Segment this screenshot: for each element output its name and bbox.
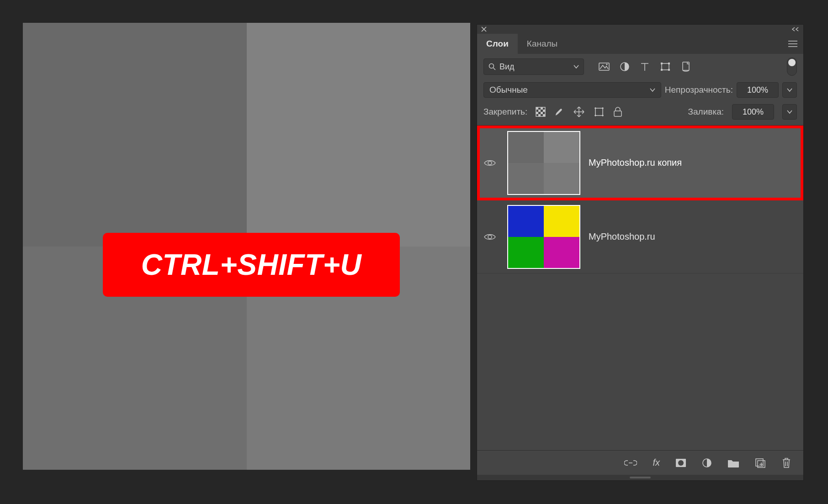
opacity-chevron[interactable] — [782, 82, 797, 98]
svg-rect-11 — [536, 107, 538, 110]
svg-point-21 — [488, 161, 492, 165]
lock-artboard-icon[interactable] — [593, 107, 605, 117]
lock-all-icon[interactable] — [613, 106, 622, 117]
filter-toggle[interactable] — [787, 58, 797, 76]
canvas-quad-tl — [23, 23, 247, 247]
collapse-icon[interactable] — [791, 26, 800, 32]
shortcut-text: CTRL+SHIFT+U — [141, 248, 361, 282]
filter-type-icon[interactable] — [640, 62, 650, 72]
fill-chevron[interactable] — [782, 104, 797, 120]
layer-fx-icon[interactable]: fx — [653, 457, 660, 468]
filter-smartobject-icon[interactable] — [681, 61, 691, 72]
svg-rect-9 — [683, 62, 689, 70]
layers-panel: Слои Каналы Вид — [477, 24, 804, 481]
blend-mode-select[interactable]: Обычные — [483, 82, 661, 98]
tab-layers[interactable]: Слои — [477, 34, 518, 54]
svg-rect-14 — [543, 110, 545, 112]
filter-adjustment-icon[interactable] — [620, 62, 630, 72]
canvas-quad-tr — [247, 23, 471, 247]
svg-rect-6 — [668, 63, 670, 64]
svg-rect-16 — [541, 112, 543, 114]
add-mask-icon[interactable] — [675, 458, 686, 467]
filter-kind-select[interactable]: Вид — [483, 58, 584, 75]
filter-kind-label: Вид — [499, 62, 515, 72]
svg-point-0 — [489, 64, 494, 68]
fill-value: 100% — [743, 107, 764, 117]
blend-row: Обычные Непрозрачность: 100% — [477, 80, 803, 101]
panel-tabs: Слои Каналы — [477, 34, 803, 54]
fill-label: Заливка: — [688, 107, 724, 117]
lock-transparency-icon[interactable] — [536, 107, 546, 117]
svg-rect-7 — [661, 69, 663, 71]
layers-list: MyPhotoshop.ru копия MyPhotoshop.ru — [477, 126, 803, 450]
filter-pixel-icon[interactable] — [599, 62, 610, 72]
new-layer-icon[interactable] — [755, 458, 766, 468]
tab-channels[interactable]: Каналы — [518, 34, 567, 54]
tab-label: Каналы — [527, 39, 557, 49]
panel-topbar — [477, 25, 803, 34]
svg-rect-5 — [661, 63, 663, 64]
svg-rect-15 — [536, 112, 538, 114]
svg-rect-26 — [756, 459, 763, 466]
svg-rect-4 — [662, 63, 669, 70]
svg-rect-12 — [541, 107, 543, 110]
panel-resize-grip[interactable] — [477, 475, 803, 480]
svg-rect-13 — [538, 110, 541, 112]
fill-input[interactable]: 100% — [732, 104, 774, 120]
lock-row: Закрепить: Заливка: 100% — [477, 101, 803, 126]
shortcut-banner: CTRL+SHIFT+U — [103, 233, 400, 297]
tab-label: Слои — [486, 39, 509, 49]
svg-rect-18 — [543, 114, 545, 116]
new-adjustment-icon[interactable] — [702, 458, 712, 468]
chevron-down-icon — [573, 64, 579, 69]
svg-rect-20 — [614, 111, 621, 116]
search-icon — [488, 63, 496, 70]
lock-label: Закрепить: — [483, 107, 527, 117]
opacity-value: 100% — [747, 85, 768, 95]
svg-point-24 — [678, 460, 684, 466]
layer-row[interactable]: MyPhotoshop.ru — [477, 200, 803, 273]
visibility-eye-icon[interactable] — [484, 233, 496, 241]
close-icon[interactable] — [481, 26, 487, 32]
blend-mode-value: Обычные — [489, 85, 528, 95]
layer-row[interactable]: MyPhotoshop.ru копия — [477, 126, 803, 200]
svg-rect-19 — [595, 108, 603, 116]
layers-bottom-bar: fx — [477, 450, 803, 475]
new-group-icon[interactable] — [727, 458, 739, 467]
link-layers-icon[interactable] — [624, 459, 637, 467]
layer-thumbnail[interactable] — [507, 131, 580, 195]
chevron-down-icon — [650, 88, 655, 92]
layer-name[interactable]: MyPhotoshop.ru — [589, 231, 655, 242]
svg-point-2 — [606, 63, 607, 65]
layer-thumbnail[interactable] — [507, 205, 580, 269]
canvas-artboard: CTRL+SHIFT+U — [23, 23, 470, 470]
delete-layer-icon[interactable] — [781, 457, 791, 468]
visibility-eye-icon[interactable] — [484, 159, 496, 167]
opacity-input[interactable]: 100% — [737, 82, 779, 98]
svg-rect-8 — [668, 69, 670, 71]
panel-menu-icon[interactable] — [788, 40, 798, 47]
opacity-label: Непрозрачность: — [665, 85, 733, 95]
layer-filter-row: Вид — [477, 54, 803, 80]
layer-name[interactable]: MyPhotoshop.ru копия — [589, 158, 682, 168]
lock-paint-icon[interactable] — [554, 106, 565, 117]
filter-shape-icon[interactable] — [660, 62, 671, 72]
svg-rect-17 — [538, 114, 541, 116]
lock-position-icon[interactable] — [573, 106, 585, 118]
svg-point-22 — [488, 235, 492, 239]
